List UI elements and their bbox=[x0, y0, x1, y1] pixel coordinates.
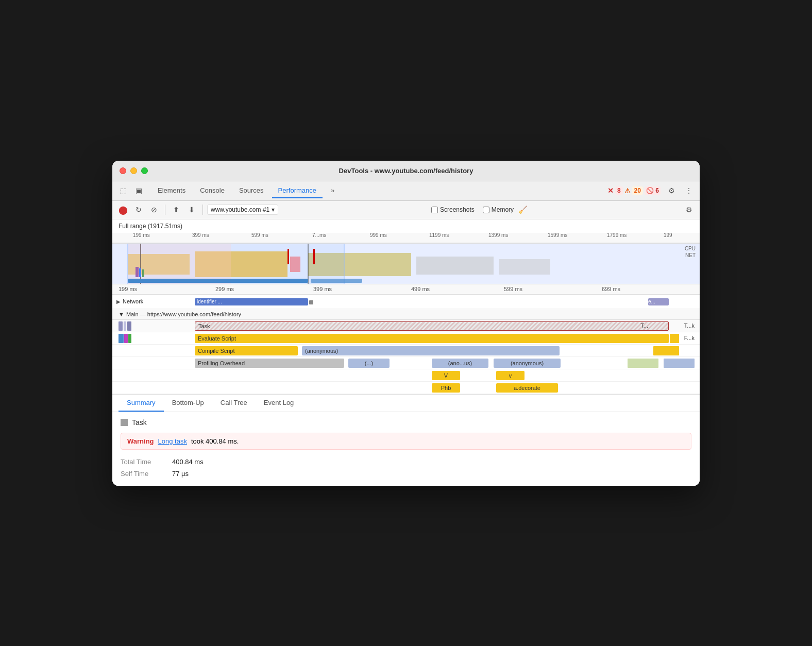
ruler-tick-9: 199 bbox=[664, 233, 672, 239]
network-bar-2: e... bbox=[648, 298, 669, 305]
tab-bottomup[interactable]: Bottom-Up bbox=[164, 395, 212, 412]
close-button[interactable] bbox=[120, 167, 126, 174]
network-row: ▶ Network identifier ... e... bbox=[112, 295, 700, 309]
profiling-overhead-row[interactable]: Profiling Overhead (...) (ano...us) (ano… bbox=[112, 357, 700, 369]
long-task-link[interactable]: Long task bbox=[158, 437, 187, 445]
maximize-button[interactable] bbox=[141, 167, 148, 174]
tab-summary[interactable]: Summary bbox=[119, 395, 164, 412]
timeline-container: Full range (1917.51ms) 199 ms 399 ms 599… bbox=[112, 219, 700, 395]
device-icon[interactable]: ▣ bbox=[132, 184, 145, 197]
upload-button[interactable]: ⬆ bbox=[170, 203, 183, 216]
tab-performance[interactable]: Performance bbox=[272, 183, 323, 198]
task-row[interactable]: Task T... T...k bbox=[112, 320, 700, 332]
svg-rect-6 bbox=[416, 257, 494, 275]
svg-rect-11 bbox=[128, 244, 231, 284]
phb-row[interactable]: Phb a.decorate bbox=[112, 382, 700, 394]
more-icon[interactable]: ⋮ bbox=[682, 184, 696, 197]
profiling-label: Profiling Overhead bbox=[195, 360, 248, 366]
compile-script-bar[interactable]: Compile Script bbox=[195, 346, 298, 355]
traffic-lights[interactable] bbox=[120, 167, 148, 174]
evaluate-script-label: Evaluate Script bbox=[195, 335, 239, 342]
performance-toolbar: ⬤ ↻ ⊘ ⬆ ⬇ www.youtube.com #1 ▾ Screensho… bbox=[112, 201, 700, 219]
task-tk-label: T...k bbox=[684, 322, 695, 329]
memory-checkbox[interactable] bbox=[483, 207, 489, 213]
summary-panel: Task Warning Long task took 400.84 ms. T… bbox=[112, 412, 700, 486]
overview-chart bbox=[112, 244, 700, 284]
eval-right-bar bbox=[670, 334, 679, 343]
tab-elements[interactable]: Elements bbox=[151, 183, 192, 198]
brule-2: 399 ms bbox=[313, 286, 332, 292]
profiling-far-right bbox=[664, 359, 695, 368]
main-collapse-icon[interactable]: ▼ bbox=[119, 311, 124, 317]
separator-2 bbox=[202, 205, 203, 215]
timeline-ruler-bottom: 199 ms 299 ms 399 ms 499 ms 599 ms 699 m… bbox=[112, 284, 700, 295]
network-bar-label-2: e... bbox=[648, 299, 655, 304]
ruler-tick-8: 1799 ms bbox=[607, 233, 627, 239]
url-select[interactable]: www.youtube.com #1 ▾ bbox=[207, 205, 278, 215]
net-label: NET bbox=[685, 252, 696, 258]
network-bar-1: identifier ... bbox=[195, 298, 308, 305]
anonymous-bar[interactable]: (anonymous) bbox=[302, 346, 560, 355]
chevron-down-icon: ▾ bbox=[272, 206, 275, 213]
tab-sources[interactable]: Sources bbox=[233, 183, 270, 198]
screenshots-checkbox[interactable] bbox=[431, 207, 438, 213]
ruler-tick-1: 399 ms bbox=[192, 233, 209, 239]
v-bar: V bbox=[432, 371, 460, 380]
evaluate-script-bar[interactable]: Evaluate Script bbox=[195, 334, 669, 343]
info-badge: 🚫 6 bbox=[645, 186, 661, 195]
tab-calltree[interactable]: Call Tree bbox=[212, 395, 256, 412]
inspect-icon[interactable]: ⬚ bbox=[116, 184, 130, 197]
self-time-value: 77 μs bbox=[172, 470, 189, 478]
refresh-record-button[interactable]: ↻ bbox=[132, 203, 145, 216]
total-time-row: Total Time 400.84 ms bbox=[121, 456, 691, 468]
profiling-bar[interactable]: Profiling Overhead bbox=[195, 359, 344, 368]
svg-rect-15 bbox=[128, 279, 308, 283]
v-low-label: v bbox=[509, 372, 512, 379]
brule-3: 499 ms bbox=[411, 286, 430, 292]
task-bar[interactable]: Task bbox=[195, 321, 669, 331]
summary-title: Task bbox=[121, 418, 691, 427]
cpu-label: CPU bbox=[685, 246, 696, 251]
svg-rect-14 bbox=[142, 269, 144, 277]
warning-text: took 400.84 ms. bbox=[191, 437, 239, 445]
total-time-label: Total Time bbox=[121, 458, 172, 466]
cpu-net-labels: CPU NET bbox=[685, 246, 696, 258]
ruler-tick-2: 599 ms bbox=[251, 233, 268, 239]
overview-panel[interactable]: CPU NET bbox=[112, 243, 700, 284]
tab-eventlog[interactable]: Event Log bbox=[256, 395, 302, 412]
svg-rect-16 bbox=[311, 279, 362, 283]
bottom-panel: Summary Bottom-Up Call Tree Event Log Ta… bbox=[112, 395, 700, 486]
decorate-bar: a.decorate bbox=[496, 383, 558, 393]
memory-icon[interactable]: 🧹 bbox=[516, 203, 529, 216]
vv-row[interactable]: V v bbox=[112, 369, 700, 382]
self-time-row: Self Time 77 μs bbox=[121, 468, 691, 480]
memory-checkbox-label[interactable]: Memory bbox=[483, 206, 514, 213]
full-range-label: Full range (1917.51ms) bbox=[112, 219, 700, 233]
compile-script-row[interactable]: Compile Script (anonymous) bbox=[112, 345, 700, 357]
brule-0: 199 ms bbox=[119, 286, 137, 292]
screenshots-checkbox-label[interactable]: Screenshots bbox=[431, 206, 475, 213]
timeline-ruler-top: 199 ms 399 ms 599 ms 7...ms 999 ms 1199 … bbox=[112, 233, 700, 243]
download-button[interactable]: ⬇ bbox=[185, 203, 198, 216]
brule-4: 599 ms bbox=[504, 286, 522, 292]
v-low-bar: v bbox=[496, 371, 525, 380]
settings-icon[interactable]: ⚙ bbox=[665, 184, 678, 197]
anous-bar: (ano...us) bbox=[432, 359, 488, 368]
task-bar-label: Task bbox=[195, 323, 213, 329]
tab-console[interactable]: Console bbox=[194, 183, 231, 198]
task-t-label: T... bbox=[640, 322, 648, 329]
info-icon: 🚫 bbox=[646, 187, 654, 194]
warn-count: 20 bbox=[632, 186, 643, 195]
clear-button[interactable]: ⊘ bbox=[147, 203, 161, 216]
minimize-button[interactable] bbox=[130, 167, 137, 174]
main-section-header: ▼ Main — https://www.youtube.com/feed/hi… bbox=[112, 309, 700, 320]
capture-settings-icon[interactable]: ⚙ bbox=[682, 203, 696, 216]
evaluate-script-row[interactable]: Evaluate Script F...k bbox=[112, 332, 700, 345]
self-time-label: Self Time bbox=[121, 470, 172, 478]
dotdot-label: (...) bbox=[365, 360, 374, 366]
tab-more[interactable]: » bbox=[325, 183, 341, 198]
separator-1 bbox=[165, 205, 165, 215]
bottom-tabs: Summary Bottom-Up Call Tree Event Log bbox=[112, 395, 700, 412]
record-button[interactable]: ⬤ bbox=[116, 203, 130, 216]
phb-bar: Phb bbox=[432, 383, 460, 393]
